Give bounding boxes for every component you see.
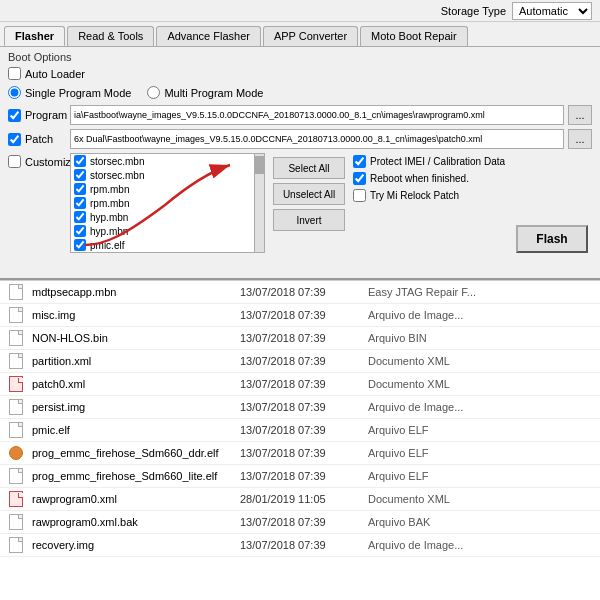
file-type: Arquivo de Image...: [368, 401, 592, 413]
table-row[interactable]: persist.img 13/07/2018 07:39 Arquivo de …: [0, 396, 600, 419]
tab-bar: Flasher Read & Tools Advance Flasher APP…: [0, 22, 600, 47]
file-name: mdtpsecapp.mbn: [32, 286, 232, 298]
list-item[interactable]: pmic.elf: [71, 252, 264, 253]
file-icon-generic: [8, 307, 24, 323]
customize-file-list[interactable]: storsec.mbn storsec.mbn rpm.mbn rpm.mbn …: [70, 153, 265, 253]
program-input[interactable]: ia\Fastboot\wayne_images_V9.5.15.0.0DCCN…: [70, 105, 564, 125]
program-checkbox[interactable]: [8, 109, 21, 122]
customize-checkbox[interactable]: [8, 155, 21, 168]
list-item[interactable]: hyp.mbn: [71, 224, 264, 238]
file-type: Arquivo de Image...: [368, 309, 592, 321]
file-date: 28/01/2019 11:05: [240, 493, 360, 505]
boot-options-label: Boot Options: [0, 47, 600, 65]
list-item[interactable]: rpm.mbn: [71, 182, 264, 196]
try-mi-relock-checkbox[interactable]: [353, 189, 366, 202]
patch-browse-button[interactable]: ...: [568, 129, 592, 149]
file-type: Arquivo ELF: [368, 447, 592, 459]
file-date: 13/07/2018 07:39: [240, 424, 360, 436]
file-name: pmic.elf: [32, 424, 232, 436]
file-name: rawprogram0.xml.bak: [32, 516, 232, 528]
unselect-all-button[interactable]: Unselect All: [273, 183, 345, 205]
file-date: 13/07/2018 07:39: [240, 401, 360, 413]
patch-checkbox[interactable]: [8, 133, 21, 146]
reboot-checkbox[interactable]: [353, 172, 366, 185]
invert-button[interactable]: Invert: [273, 209, 345, 231]
table-row[interactable]: rawprogram0.xml 28/01/2019 11:05 Documen…: [0, 488, 600, 511]
patch-input[interactable]: 6x Dual\Fastboot\wayne_images_V9.5.15.0.…: [70, 129, 564, 149]
file-type: Arquivo ELF: [368, 424, 592, 436]
tab-app-converter[interactable]: APP Converter: [263, 26, 358, 46]
file-date: 13/07/2018 07:39: [240, 378, 360, 390]
multi-mode-radio[interactable]: [147, 86, 160, 99]
program-field-row: Program ia\Fastboot\wayne_images_V9.5.15…: [0, 103, 600, 127]
file-name: rawprogram0.xml: [32, 493, 232, 505]
file-type: Documento XML: [368, 493, 592, 505]
reboot-row: Reboot when finished.: [353, 172, 592, 185]
table-row[interactable]: NON-HLOS.bin 13/07/2018 07:39 Arquivo BI…: [0, 327, 600, 350]
tab-flasher[interactable]: Flasher: [4, 26, 65, 46]
table-row[interactable]: patch0.xml 13/07/2018 07:39 Documento XM…: [0, 373, 600, 396]
table-row[interactable]: recovery.img 13/07/2018 07:39 Arquivo de…: [0, 534, 600, 557]
file-date: 13/07/2018 07:39: [240, 539, 360, 551]
multi-mode-text: Multi Program Mode: [164, 87, 263, 99]
auto-loader-label: Auto Loader: [25, 68, 85, 80]
single-mode-radio[interactable]: [8, 86, 21, 99]
file-name: prog_emmc_firehose_Sdm660_lite.elf: [32, 470, 232, 482]
customize-row: Customize storsec.mbn storsec.mbn rpm.mb…: [0, 151, 600, 255]
file-icon-generic: [8, 353, 24, 369]
file-icon-generic: [8, 537, 24, 553]
protect-imei-checkbox[interactable]: [353, 155, 366, 168]
file-icon-orange: [8, 445, 24, 461]
file-name: persist.img: [32, 401, 232, 413]
file-date: 13/07/2018 07:39: [240, 447, 360, 459]
table-row[interactable]: misc.img 13/07/2018 07:39 Arquivo de Ima…: [0, 304, 600, 327]
select-all-button[interactable]: Select All: [273, 157, 345, 179]
file-date: 13/07/2018 07:39: [240, 516, 360, 528]
file-name: NON-HLOS.bin: [32, 332, 232, 344]
table-row[interactable]: prog_emmc_firehose_Sdm660_ddr.elf 13/07/…: [0, 442, 600, 465]
list-item[interactable]: rpm.mbn: [71, 196, 264, 210]
file-type: Documento XML: [368, 378, 592, 390]
file-name: patch0.xml: [32, 378, 232, 390]
list-item[interactable]: pmic.elf: [71, 238, 264, 252]
file-date: 13/07/2018 07:39: [240, 355, 360, 367]
list-item[interactable]: hyp.mbn: [71, 210, 264, 224]
file-type: Documento XML: [368, 355, 592, 367]
file-explorer-panel: mdtpsecapp.mbn 13/07/2018 07:39 Easy JTA…: [0, 280, 600, 600]
table-row[interactable]: pmic.elf 13/07/2018 07:39 Arquivo ELF: [0, 419, 600, 442]
file-name: prog_emmc_firehose_Sdm660_ddr.elf: [32, 447, 232, 459]
list-item[interactable]: storsec.mbn: [71, 168, 264, 182]
single-mode-label[interactable]: Single Program Mode: [8, 86, 131, 99]
right-options-panel: Protect IMEI / Calibration Data Reboot w…: [353, 153, 592, 253]
tab-moto-boot-repair[interactable]: Moto Boot Repair: [360, 26, 468, 46]
list-item[interactable]: storsec.mbn: [71, 154, 264, 168]
multi-mode-label[interactable]: Multi Program Mode: [147, 86, 263, 99]
file-date: 13/07/2018 07:39: [240, 309, 360, 321]
program-label: Program: [25, 109, 67, 121]
try-mi-relock-label: Try Mi Relock Patch: [370, 190, 459, 201]
action-buttons: Select All Unselect All Invert: [269, 153, 349, 253]
patch-label: Patch: [25, 133, 53, 145]
auto-loader-row: Auto Loader: [0, 65, 600, 82]
tab-advance-flasher[interactable]: Advance Flasher: [156, 26, 261, 46]
auto-loader-checkbox[interactable]: [8, 67, 21, 80]
file-icon-generic: [8, 330, 24, 346]
program-browse-button[interactable]: ...: [568, 105, 592, 125]
file-icon-generic: [8, 284, 24, 300]
protect-imei-label: Protect IMEI / Calibration Data: [370, 156, 505, 167]
tab-read-tools[interactable]: Read & Tools: [67, 26, 154, 46]
table-row[interactable]: partition.xml 13/07/2018 07:39 Documento…: [0, 350, 600, 373]
patch-field-row: Patch 6x Dual\Fastboot\wayne_images_V9.5…: [0, 127, 600, 151]
table-row[interactable]: mdtpsecapp.mbn 13/07/2018 07:39 Easy JTA…: [0, 281, 600, 304]
file-icon-generic: [8, 468, 24, 484]
flash-button[interactable]: Flash: [516, 225, 588, 253]
table-row[interactable]: prog_emmc_firehose_Sdm660_lite.elf 13/07…: [0, 465, 600, 488]
try-mi-relock-row: Try Mi Relock Patch: [353, 189, 592, 202]
file-name: recovery.img: [32, 539, 232, 551]
file-type: Arquivo de Image...: [368, 539, 592, 551]
table-row[interactable]: rawprogram0.xml.bak 13/07/2018 07:39 Arq…: [0, 511, 600, 534]
file-type: Arquivo BAK: [368, 516, 592, 528]
file-type: Arquivo ELF: [368, 470, 592, 482]
file-name: partition.xml: [32, 355, 232, 367]
storage-type-select[interactable]: Automatic: [512, 2, 592, 20]
